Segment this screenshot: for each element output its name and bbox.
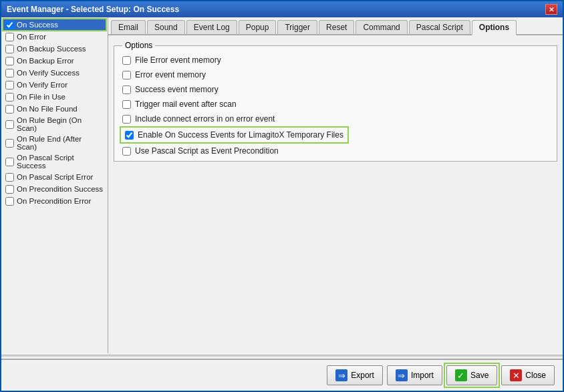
main-content: EmailSoundEvent LogPopupTriggerResetComm…: [108, 17, 563, 353]
sidebar-checkbox-on-rule-begin[interactable]: [5, 120, 14, 129]
option-checkbox-include-connect-errors[interactable]: [122, 115, 131, 124]
sidebar-checkbox-on-pascal-script-error[interactable]: [5, 173, 14, 182]
import-button[interactable]: ⇒ Import: [387, 365, 442, 385]
sidebar-checkbox-on-precondition-success[interactable]: [5, 185, 14, 194]
tab-trigger[interactable]: Trigger: [277, 20, 317, 34]
sidebar-checkbox-on-file-in-use[interactable]: [5, 93, 14, 102]
option-label-use-pascal-script: Use Pascal Script as Event Precondition: [135, 146, 279, 156]
sidebar-checkbox-on-rule-end[interactable]: [5, 139, 14, 148]
save-label: Save: [470, 371, 488, 380]
sidebar-item-on-backup-success[interactable]: On Backup Success: [3, 43, 106, 55]
sidebar-checkbox-on-verify-success[interactable]: [5, 69, 14, 77]
option-label-include-connect-errors: Include connect errors in on error event: [135, 114, 275, 124]
window-close-button[interactable]: ✕: [545, 4, 557, 15]
option-checkbox-error-event-memory[interactable]: [122, 71, 131, 79]
sidebar-label-on-backup-success: On Backup Success: [17, 45, 86, 53]
option-row-error-event-memory: Error event memory: [122, 70, 549, 79]
sidebar-label-on-verify-success: On Verify Success: [17, 69, 80, 77]
sidebar-item-on-verify-success[interactable]: On Verify Success: [3, 67, 106, 79]
export-icon: ⇒: [335, 369, 347, 381]
sidebar-label-on-success: On Success: [17, 21, 58, 29]
sidebar-label-on-file-in-use: On File in Use: [17, 93, 65, 101]
tab-reset[interactable]: Reset: [319, 20, 354, 34]
option-row-success-event-memory: Success event memory: [122, 85, 549, 94]
bottom-bar: ⇒ Export ⇒ Import ✓ Save ✕ Close: [1, 359, 563, 391]
sidebar-checkbox-on-backup-error[interactable]: [5, 57, 14, 65]
option-checkbox-file-error-memory[interactable]: [122, 56, 131, 65]
title-bar: Event Manager - Selected Setup: On Succe…: [1, 1, 563, 17]
sidebar-checkbox-on-pascal-script-success[interactable]: [5, 158, 14, 166]
sidebar-checkbox-on-verify-error[interactable]: [5, 81, 14, 89]
sidebar-item-on-pascal-script-error[interactable]: On Pascal Script Error: [3, 171, 106, 183]
sidebar-item-on-backup-error[interactable]: On Backup Error: [3, 55, 106, 67]
tab-event-log[interactable]: Event Log: [186, 20, 237, 34]
sidebar-label-on-rule-begin: On Rule Begin (On Scan): [17, 116, 104, 132]
sidebar-item-on-rule-begin[interactable]: On Rule Begin (On Scan): [3, 115, 106, 134]
save-button[interactable]: ✓ Save: [446, 365, 497, 385]
sidebar-item-on-error[interactable]: On Error: [3, 31, 106, 43]
sidebar-label-on-no-file-found: On No File Found: [17, 105, 78, 113]
export-button[interactable]: ⇒ Export: [327, 365, 383, 385]
sidebar-label-on-precondition-error: On Precondition Error: [17, 197, 91, 205]
sidebar-item-on-precondition-success[interactable]: On Precondition Success: [3, 183, 106, 195]
option-row-use-pascal-script: Use Pascal Script as Event Precondition: [122, 146, 549, 156]
sidebar-item-on-no-file-found[interactable]: On No File Found: [3, 103, 106, 115]
close-label: Close: [525, 371, 546, 380]
option-checkbox-trigger-mail[interactable]: [122, 100, 131, 109]
option-checkbox-use-pascal-script[interactable]: [122, 147, 131, 156]
content-area: On SuccessOn ErrorOn Backup SuccessOn Ba…: [1, 17, 563, 353]
window-title: Event Manager - Selected Setup: On Succe…: [7, 5, 179, 14]
save-icon: ✓: [455, 369, 467, 381]
sidebar-label-on-pascal-script-success: On Pascal Script Success: [17, 154, 104, 170]
option-checkbox-enable-on-success-events[interactable]: [125, 131, 134, 140]
tab-email[interactable]: Email: [111, 20, 146, 34]
sidebar-item-on-precondition-error[interactable]: On Precondition Error: [3, 195, 106, 207]
option-label-file-error-memory: File Error event memory: [135, 55, 221, 65]
sidebar: On SuccessOn ErrorOn Backup SuccessOn Ba…: [1, 17, 108, 353]
sidebar-label-on-verify-error: On Verify Error: [17, 81, 67, 89]
sidebar-checkbox-on-backup-success[interactable]: [5, 45, 14, 53]
highlight-option-enable-on-success-events: Enable On Success Events for LimagitoX T…: [122, 129, 346, 141]
option-label-trigger-mail: Trigger mail event after scan: [135, 100, 237, 109]
option-row-enable-on-success-events: Enable On Success Events for LimagitoX T…: [122, 129, 549, 141]
close-icon: ✕: [510, 369, 522, 381]
title-controls: ✕: [545, 4, 557, 15]
sidebar-item-on-file-in-use[interactable]: On File in Use: [3, 91, 106, 103]
option-checkbox-success-event-memory[interactable]: [122, 85, 131, 94]
sidebar-label-on-precondition-success: On Precondition Success: [17, 185, 103, 193]
sidebar-checkbox-on-error[interactable]: [5, 33, 14, 41]
options-group: Options File Error event memoryError eve…: [114, 41, 557, 162]
sidebar-checkbox-on-success[interactable]: [5, 21, 14, 29]
sidebar-item-on-pascal-script-success[interactable]: On Pascal Script Success: [3, 152, 106, 171]
tab-options[interactable]: Options: [472, 20, 517, 35]
tab-content: Options File Error event memoryError eve…: [108, 35, 563, 353]
horizontal-divider: [1, 355, 563, 357]
import-label: Import: [411, 371, 434, 380]
sidebar-item-on-success[interactable]: On Success: [3, 19, 106, 31]
import-icon: ⇒: [396, 369, 408, 381]
options-list: File Error event memoryError event memor…: [122, 55, 549, 156]
tab-popup[interactable]: Popup: [239, 20, 277, 34]
option-row-file-error-memory: File Error event memory: [122, 55, 549, 65]
sidebar-label-on-pascal-script-error: On Pascal Script Error: [17, 173, 93, 181]
tabs-bar: EmailSoundEvent LogPopupTriggerResetComm…: [108, 17, 563, 35]
option-label-error-event-memory: Error event memory: [135, 70, 206, 79]
sidebar-checkbox-on-no-file-found[interactable]: [5, 105, 14, 114]
sidebar-checkbox-on-precondition-error[interactable]: [5, 197, 14, 206]
sidebar-item-on-rule-end[interactable]: On Rule End (After Scan): [3, 134, 106, 152]
options-group-label: Options: [122, 41, 155, 50]
close-button[interactable]: ✕ Close: [501, 365, 555, 385]
sidebar-label-on-error: On Error: [17, 33, 46, 41]
main-window: Event Manager - Selected Setup: On Succe…: [0, 0, 564, 392]
export-label: Export: [351, 371, 374, 380]
tab-command[interactable]: Command: [356, 20, 407, 34]
option-row-trigger-mail: Trigger mail event after scan: [122, 100, 549, 109]
sidebar-label-on-backup-error: On Backup Error: [17, 57, 74, 65]
sidebar-item-on-verify-error[interactable]: On Verify Error: [3, 79, 106, 91]
sidebar-label-on-rule-end: On Rule End (After Scan): [17, 135, 104, 151]
tab-pascal-script[interactable]: Pascal Script: [409, 20, 470, 34]
option-label-enable-on-success-events: Enable On Success Events for LimagitoX T…: [138, 130, 343, 140]
save-button-wrapper: ✓ Save: [446, 365, 497, 385]
tab-sound[interactable]: Sound: [147, 20, 185, 34]
option-label-success-event-memory: Success event memory: [135, 85, 219, 94]
